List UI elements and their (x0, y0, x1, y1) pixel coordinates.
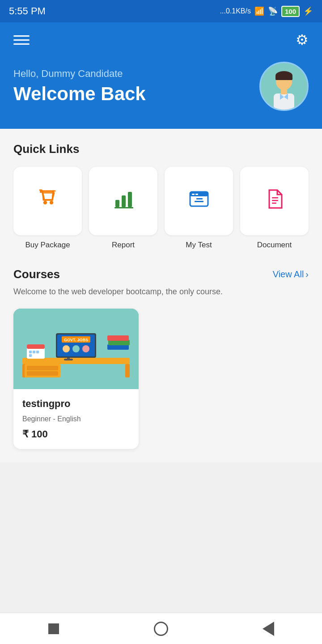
svg-text:GOVT. JOBS: GOVT. JOBS (64, 338, 88, 342)
svg-rect-33 (64, 359, 73, 360)
document-label: Document (257, 241, 292, 250)
header-top: ⚙ (13, 31, 309, 48)
charging-icon: ⚡ (303, 6, 313, 16)
cart-icon (36, 187, 59, 215)
svg-rect-9 (42, 191, 53, 192)
courses-subtitle: Welcome to the web developer bootcamp, t… (13, 286, 309, 298)
quick-link-my-test[interactable]: My Test (165, 167, 233, 250)
my-test-card[interactable] (165, 167, 233, 235)
svg-rect-26 (22, 358, 130, 364)
svg-point-11 (50, 201, 53, 204)
circle-icon (154, 622, 168, 636)
svg-rect-30 (27, 366, 58, 370)
home-button[interactable] (150, 618, 172, 640)
battery-indicator: 100 (281, 6, 300, 17)
signal-icon: 📶 (254, 6, 264, 16)
quick-links-grid: Buy Package Report (13, 167, 309, 250)
svg-rect-43 (29, 351, 32, 353)
svg-point-38 (63, 345, 70, 352)
course-info: testingpro Beginner - English ₹ 100 (13, 389, 139, 449)
courses-header: Courses View All › (13, 267, 309, 281)
svg-rect-22 (272, 197, 278, 199)
svg-rect-18 (192, 194, 195, 195)
course-price: ₹ 100 (22, 428, 130, 440)
greeting-text: Hello, Dummy Candidate (13, 68, 146, 80)
header-content: Hello, Dummy Candidate Welcome Back (13, 62, 309, 111)
course-card[interactable]: GOVT. JOBS testingpro Beginner - Eng (13, 309, 139, 449)
settings-icon[interactable]: ⚙ (296, 31, 309, 48)
svg-rect-45 (36, 351, 39, 353)
buy-package-label: Buy Package (25, 241, 70, 250)
quick-link-document[interactable]: Document (240, 167, 309, 250)
svg-rect-21 (195, 201, 203, 202)
back-icon (263, 622, 274, 636)
svg-point-40 (82, 345, 89, 352)
svg-rect-44 (33, 351, 35, 353)
svg-rect-2 (275, 76, 292, 80)
hamburger-menu[interactable] (13, 35, 30, 45)
header-text: Hello, Dummy Candidate Welcome Back (13, 68, 146, 105)
courses-title: Courses (13, 267, 60, 281)
my-test-label: My Test (186, 241, 212, 250)
svg-rect-49 (107, 335, 129, 341)
svg-rect-42 (27, 344, 45, 349)
svg-rect-31 (27, 371, 58, 376)
header: ⚙ Hello, Dummy Candidate Welcome Back (0, 22, 322, 129)
quick-links-title: Quick Links (13, 142, 309, 156)
svg-rect-23 (272, 200, 278, 201)
svg-rect-46 (29, 354, 32, 357)
course-level: Beginner - English (22, 415, 130, 423)
svg-rect-19 (195, 194, 198, 195)
report-label: Report (112, 241, 135, 250)
svg-rect-13 (122, 195, 126, 207)
wifi-icon: 📡 (268, 6, 278, 16)
svg-rect-24 (272, 203, 276, 204)
svg-rect-3 (274, 93, 294, 110)
quick-link-buy-package[interactable]: Buy Package (13, 167, 82, 250)
avatar (259, 62, 309, 111)
document-icon (263, 187, 286, 215)
network-speed: ...0.1KB/s (220, 7, 251, 15)
square-icon (48, 623, 59, 634)
course-thumbnail: GOVT. JOBS (13, 309, 139, 389)
report-card[interactable] (89, 167, 157, 235)
view-all-button[interactable]: View All › (273, 269, 309, 280)
status-bar: 5:55 PM ...0.1KB/s 📶 📡 100 ⚡ (0, 0, 322, 22)
bottom-nav (0, 613, 322, 644)
chevron-right-icon: › (305, 269, 309, 280)
course-illustration: GOVT. JOBS (13, 309, 139, 389)
svg-rect-4 (281, 89, 287, 94)
avatar-image (264, 69, 304, 110)
svg-point-10 (43, 201, 47, 204)
course-name: testingpro (22, 398, 130, 410)
buy-package-card[interactable] (13, 167, 82, 235)
svg-rect-28 (125, 364, 130, 377)
browser-icon (187, 187, 211, 215)
status-time: 5:55 PM (9, 5, 46, 17)
recent-apps-button[interactable] (42, 618, 65, 640)
svg-rect-15 (114, 207, 133, 208)
status-icons: ...0.1KB/s 📶 📡 100 ⚡ (220, 6, 313, 17)
bar-chart-icon (112, 187, 135, 215)
main-content: Quick Links Buy Package (0, 129, 322, 462)
svg-rect-20 (196, 198, 203, 199)
svg-point-39 (72, 345, 80, 352)
svg-rect-14 (128, 192, 132, 207)
document-card[interactable] (240, 167, 309, 235)
back-button[interactable] (257, 618, 280, 640)
quick-link-report[interactable]: Report (89, 167, 157, 250)
welcome-text: Welcome Back (13, 83, 146, 105)
svg-rect-12 (115, 200, 119, 207)
